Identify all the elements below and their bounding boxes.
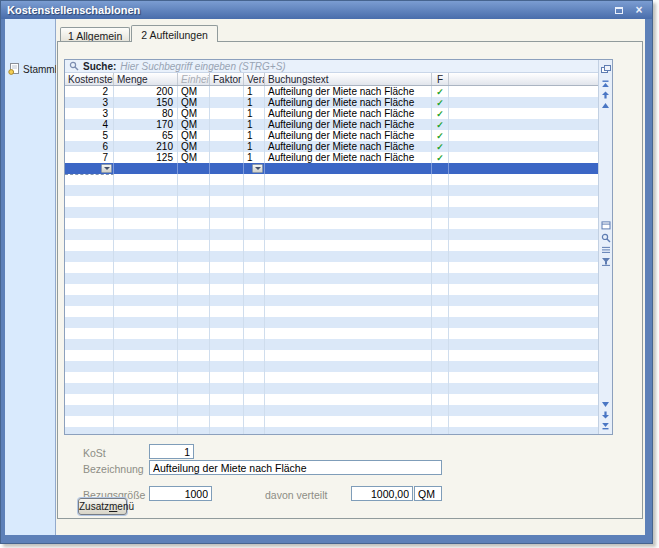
cell-filler[interactable] [449, 152, 600, 163]
cell-empty[interactable] [265, 383, 432, 394]
scroll-top-icon[interactable] [601, 80, 610, 88]
cell-f[interactable]: ✓ [432, 97, 449, 108]
cell-empty[interactable] [114, 394, 178, 405]
cell-vera[interactable]: 1 [244, 130, 265, 141]
cell-buchungstext[interactable]: Aufteilung der Miete nach Fläche [265, 86, 432, 97]
cell-empty[interactable] [210, 350, 244, 361]
cell-empty[interactable] [178, 383, 210, 394]
cell-empty[interactable] [65, 416, 114, 427]
cell-empty[interactable] [432, 196, 449, 207]
empty-row[interactable] [65, 339, 600, 350]
grid-search-row[interactable]: Suche: Hier Suchbegriff eingeben (STRG+S… [65, 60, 612, 73]
cell-empty[interactable] [210, 427, 244, 434]
cell-empty[interactable] [114, 405, 178, 416]
empty-row[interactable] [65, 317, 600, 328]
cell-empty[interactable] [432, 383, 449, 394]
cell-empty[interactable] [265, 317, 432, 328]
cell-empty[interactable] [432, 317, 449, 328]
empty-row[interactable] [65, 394, 600, 405]
zoom-icon[interactable] [601, 233, 611, 243]
kost-input[interactable] [149, 444, 194, 459]
cell-empty[interactable] [432, 350, 449, 361]
cell-filler[interactable] [449, 86, 600, 97]
cell-empty[interactable] [114, 350, 178, 361]
scroll-bottom-icon[interactable] [601, 422, 610, 430]
list-icon[interactable] [601, 246, 611, 254]
cell-empty[interactable] [244, 383, 265, 394]
card-view-icon[interactable] [601, 221, 611, 230]
cell-empty[interactable] [449, 185, 600, 196]
cell-buchungstext[interactable]: Aufteilung der Miete nach Fläche [265, 130, 432, 141]
cell-empty[interactable] [65, 174, 114, 185]
cell-empty[interactable] [449, 262, 600, 273]
cell-filler[interactable] [449, 119, 600, 130]
cell-empty[interactable] [65, 207, 114, 218]
row-up-icon[interactable] [601, 102, 610, 109]
cell-f[interactable]: ✓ [432, 119, 449, 130]
selected-row[interactable] [65, 163, 600, 174]
column-header-buchungstext[interactable]: Buchungstext [265, 73, 432, 85]
cell-empty[interactable] [114, 339, 178, 350]
cell-empty[interactable] [210, 262, 244, 273]
cell-empty[interactable] [244, 185, 265, 196]
page-down-icon[interactable] [601, 411, 610, 419]
cell-empty[interactable] [114, 174, 178, 185]
cell-empty[interactable] [432, 416, 449, 427]
cell-empty[interactable] [210, 229, 244, 240]
cell-empty[interactable] [178, 174, 210, 185]
cell-empty[interactable] [178, 196, 210, 207]
cell-f[interactable]: ✓ [432, 86, 449, 97]
cell-empty[interactable] [265, 273, 432, 284]
cell-empty[interactable] [244, 262, 265, 273]
cell-empty[interactable] [432, 262, 449, 273]
cell-empty[interactable] [449, 207, 600, 218]
cell-empty[interactable] [432, 361, 449, 372]
cell-empty[interactable] [178, 251, 210, 262]
row-down-icon[interactable] [601, 401, 610, 408]
cell-empty[interactable] [432, 273, 449, 284]
cell-faktor[interactable] [210, 152, 244, 163]
cell-empty[interactable] [244, 328, 265, 339]
empty-row[interactable] [65, 196, 600, 207]
cell-empty[interactable] [65, 383, 114, 394]
cell-f[interactable]: ✓ [432, 152, 449, 163]
cell-empty[interactable] [449, 427, 600, 434]
cell-empty[interactable] [210, 251, 244, 262]
table-row[interactable]: 6210QM1Aufteilung der Miete nach Fläche✓ [65, 141, 600, 152]
cell-empty[interactable] [449, 339, 600, 350]
cell-empty[interactable] [65, 251, 114, 262]
cell-empty[interactable] [432, 427, 449, 434]
cell-empty[interactable] [265, 229, 432, 240]
empty-row[interactable] [65, 361, 600, 372]
restore-button[interactable] [612, 4, 626, 17]
cell-empty[interactable] [210, 218, 244, 229]
cell-empty[interactable] [265, 394, 432, 405]
empty-row[interactable] [65, 350, 600, 361]
cell-empty[interactable] [210, 185, 244, 196]
cell-einheit[interactable]: QM [178, 130, 210, 141]
cell-empty[interactable] [244, 405, 265, 416]
empty-row[interactable] [65, 405, 600, 416]
cell-empty[interactable] [178, 306, 210, 317]
empty-row[interactable] [65, 416, 600, 427]
column-header-faktor[interactable]: Faktor [210, 73, 244, 85]
cell-empty[interactable] [114, 273, 178, 284]
cell-empty[interactable] [432, 284, 449, 295]
close-button[interactable]: × [632, 4, 646, 17]
cell-f[interactable]: ✓ [432, 108, 449, 119]
cell-empty[interactable] [210, 196, 244, 207]
cell-empty[interactable] [265, 196, 432, 207]
cell-empty[interactable] [178, 185, 210, 196]
cell-empty[interactable] [114, 383, 178, 394]
davon-einheit-input[interactable] [414, 486, 442, 501]
cell-einheit[interactable]: QM [178, 152, 210, 163]
empty-row[interactable] [65, 284, 600, 295]
cell-filler[interactable] [449, 163, 600, 174]
cell-faktor[interactable] [210, 108, 244, 119]
cell-einheit[interactable]: QM [178, 86, 210, 97]
cell-vera[interactable]: 1 [244, 108, 265, 119]
cell-empty[interactable] [432, 405, 449, 416]
cell-empty[interactable] [449, 361, 600, 372]
cell-empty[interactable] [210, 361, 244, 372]
window-titlebar[interactable]: Kostenstellenschablonen × [1, 1, 652, 19]
